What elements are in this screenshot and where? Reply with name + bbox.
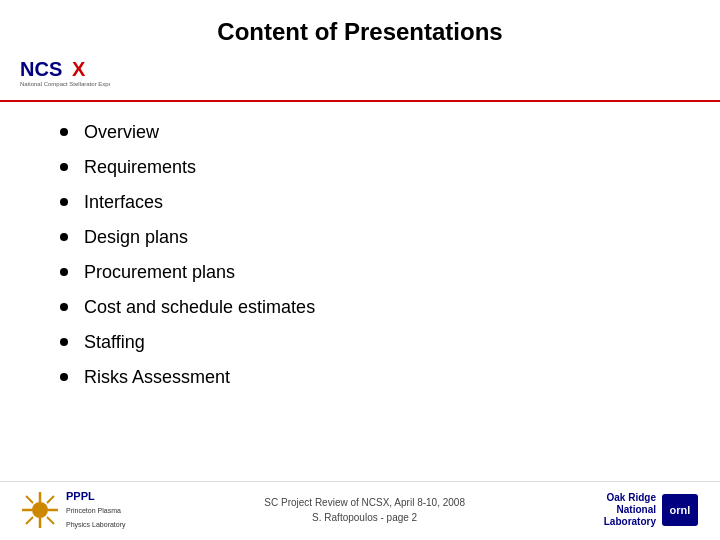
bullet-dot-icon (60, 198, 68, 206)
list-item-text: Interfaces (84, 192, 163, 213)
footer-caption: SC Project Review of NCSX, April 8-10, 2… (264, 495, 465, 525)
svg-text:ornl: ornl (670, 504, 691, 516)
slide-header: Content of Presentations (0, 0, 720, 52)
footer-line1: SC Project Review of NCSX, April 8-10, 2… (264, 495, 465, 510)
list-item-text: Procurement plans (84, 262, 235, 283)
list-item-text: Design plans (84, 227, 188, 248)
slide: Content of Presentations NCS X National … (0, 0, 720, 540)
list-item-text: Requirements (84, 157, 196, 178)
main-content: OverviewRequirementsInterfacesDesign pla… (0, 102, 720, 481)
bullet-list: OverviewRequirementsInterfacesDesign pla… (60, 122, 660, 388)
list-item-text: Risks Assessment (84, 367, 230, 388)
svg-line-8 (26, 496, 33, 503)
logo-bar: NCS X National Compact Stellarator Exper… (0, 52, 720, 102)
list-item: Cost and schedule estimates (60, 297, 660, 318)
bullet-dot-icon (60, 128, 68, 136)
list-item-text: Staffing (84, 332, 145, 353)
list-item-text: Cost and schedule estimates (84, 297, 315, 318)
list-item: Interfaces (60, 192, 660, 213)
svg-text:X: X (72, 58, 86, 80)
footer-line2: S. Raftopoulos - page 2 (264, 510, 465, 525)
ornl-logo-area: Oak RidgeNationalLaboratory ornl (604, 492, 700, 528)
pppl-sunburst-icon (20, 490, 60, 530)
slide-title: Content of Presentations (20, 18, 700, 46)
bullet-dot-icon (60, 303, 68, 311)
bullet-dot-icon (60, 373, 68, 381)
svg-point-3 (32, 502, 48, 518)
bullet-dot-icon (60, 338, 68, 346)
bullet-dot-icon (60, 268, 68, 276)
svg-line-9 (47, 517, 54, 524)
svg-text:NCS: NCS (20, 58, 62, 80)
ornl-text: Oak RidgeNationalLaboratory (604, 492, 656, 528)
list-item: Risks Assessment (60, 367, 660, 388)
svg-line-10 (47, 496, 54, 503)
ornl-logo-icon: ornl (660, 492, 700, 528)
bullet-dot-icon (60, 233, 68, 241)
list-item-text: Overview (84, 122, 159, 143)
list-item: Overview (60, 122, 660, 143)
svg-text:National Compact Stellarator E: National Compact Stellarator Experiment (20, 81, 110, 87)
svg-line-11 (26, 517, 33, 524)
list-item: Procurement plans (60, 262, 660, 283)
pppl-logo-area: PPPLPrinceton PlasmaPhysics Laboratory (20, 490, 126, 530)
bullet-dot-icon (60, 163, 68, 171)
slide-footer: PPPLPrinceton PlasmaPhysics Laboratory S… (0, 481, 720, 540)
pppl-text: PPPLPrinceton PlasmaPhysics Laboratory (66, 490, 126, 530)
list-item: Requirements (60, 157, 660, 178)
list-item: Design plans (60, 227, 660, 248)
list-item: Staffing (60, 332, 660, 353)
ncsx-logo: NCS X National Compact Stellarator Exper… (20, 56, 100, 92)
